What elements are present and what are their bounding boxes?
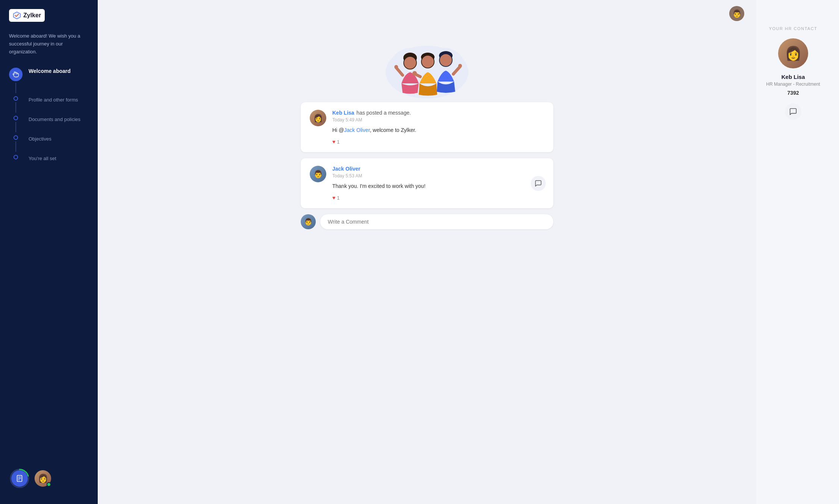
topbar: 👨 — [98, 0, 756, 27]
nav-steps: Welcome aboard Profile and other forms D… — [0, 68, 98, 161]
svg-point-23 — [458, 64, 462, 68]
svg-point-14 — [404, 57, 416, 69]
svg-point-24 — [440, 54, 452, 66]
chat-message-1: 👩 Keb Lisa has posted a message. Today 5… — [301, 102, 553, 152]
step-line-1 — [15, 83, 16, 93]
step-line-3 — [15, 122, 16, 132]
hand-icon — [12, 71, 19, 78]
sidebar-bottom: 👩 — [0, 462, 98, 495]
nav-step-objectives[interactable]: Objectives — [9, 135, 89, 153]
sidebar-welcome-text: Welcome aboard! We wish you a successful… — [0, 32, 98, 68]
svg-point-13 — [394, 65, 398, 69]
logo-text: Zylker — [23, 12, 41, 19]
chat-container: 👩 Keb Lisa has posted a message. Today 5… — [292, 102, 562, 238]
message-1-body-prefix: Hi @ — [332, 127, 344, 133]
chat-icon — [789, 107, 797, 116]
message-1-likes: ♥ 1 — [332, 139, 544, 145]
step-dot-objectives — [14, 135, 18, 140]
zylker-logo-icon — [13, 11, 21, 20]
hr-contact-name: Keb Lisa — [781, 74, 805, 80]
step-label-welcome: Welcome aboard — [29, 68, 71, 74]
step-dot-profile — [14, 96, 18, 101]
step-label-done: You're all set — [29, 154, 56, 161]
reply-icon — [535, 180, 542, 187]
hr-contact-title: HR Manager - Recruitment — [766, 82, 820, 87]
comment-area: 👨 — [301, 214, 553, 229]
step-indicator-welcome — [9, 68, 23, 95]
message-2-author: Jack Oliver — [332, 166, 360, 172]
current-user-avatar-icon — [11, 470, 28, 487]
step-label-documents: Documents and policies — [29, 115, 80, 122]
step-line-2 — [15, 102, 16, 113]
step-dot-documents — [14, 116, 18, 120]
message-1-content: Keb Lisa has posted a message. Today 5:4… — [332, 110, 544, 145]
comment-author-avatar: 👨 — [301, 214, 316, 229]
chat-message-2: 👨 Jack Oliver Today 5:53 AM Thank you. I… — [301, 158, 553, 208]
step-indicator-done — [9, 154, 23, 159]
message-2-header: Jack Oliver — [332, 166, 544, 172]
user-topbar-avatar[interactable]: 👨 — [729, 6, 744, 21]
sidebar: Zylker Welcome aboard! We wish you a suc… — [0, 0, 98, 504]
step-line-4 — [15, 141, 16, 152]
main-content: 👨 — [98, 0, 756, 504]
svg-point-18 — [412, 71, 417, 76]
nav-step-documents[interactable]: Documents and policies — [9, 115, 89, 134]
hero-illustration — [374, 35, 480, 102]
online-indicator — [47, 482, 51, 487]
logo-area: Zylker — [0, 9, 98, 32]
message-1-body: Hi @Jack Oliver, welcome to Zylker. — [332, 126, 544, 134]
step-indicator-profile — [9, 95, 23, 114]
step-dot-done — [14, 155, 18, 159]
step-indicator-documents — [9, 115, 23, 134]
message-2-content: Jack Oliver Today 5:53 AM Thank you. I'm… — [332, 166, 544, 201]
message-1-time: Today 5:49 AM — [332, 117, 544, 123]
hr-contact-extension: 7392 — [787, 90, 799, 96]
nav-step-profile[interactable]: Profile and other forms — [9, 95, 89, 114]
right-panel: YOUR HR CONTACT 👩 Keb Lisa HR Manager - … — [756, 0, 839, 504]
comment-input[interactable] — [328, 219, 546, 225]
nav-step-done[interactable]: You're all set — [9, 154, 89, 161]
message-1-action: has posted a message. — [356, 110, 411, 116]
hr-chat-button[interactable] — [785, 103, 801, 120]
hero-illustration-area — [98, 27, 756, 102]
hr-contact-avatar: 👩 — [778, 38, 808, 68]
message-2-likes: ♥ 1 — [332, 195, 544, 201]
message-2-time: Today 5:53 AM — [332, 173, 544, 179]
heart-icon-2: ♥ — [332, 195, 335, 201]
message-1-like-count: 1 — [337, 139, 339, 145]
svg-point-19 — [422, 56, 434, 68]
hr-contact-label: YOUR HR CONTACT — [769, 26, 818, 31]
jack-oliver-avatar: 👨 — [310, 166, 326, 182]
logo-box: Zylker — [9, 9, 45, 22]
step-label-objectives: Objectives — [29, 135, 51, 142]
team-illustration-svg — [374, 35, 480, 102]
document-icon — [15, 474, 24, 483]
message-1-mention: Jack Oliver — [344, 127, 370, 133]
message-1-header: Keb Lisa has posted a message. — [332, 110, 544, 116]
hr-avatar-small: 👩 — [35, 470, 51, 487]
reply-button[interactable] — [531, 176, 546, 191]
heart-icon-1: ♥ — [332, 139, 335, 145]
message-1-body-suffix: , welcome to Zylker. — [370, 127, 416, 133]
message-1-author: Keb Lisa — [332, 110, 354, 116]
step-active-icon — [9, 68, 23, 81]
keb-lisa-avatar: 👩 — [310, 110, 326, 126]
nav-step-welcome[interactable]: Welcome aboard — [9, 68, 89, 95]
comment-input-wrap — [320, 214, 553, 229]
message-2-like-count: 1 — [337, 195, 339, 201]
progress-avatar[interactable] — [9, 468, 30, 489]
step-indicator-objectives — [9, 135, 23, 153]
step-label-profile: Profile and other forms — [29, 95, 78, 103]
message-2-body: Thank you. I'm excited to work with you! — [332, 182, 544, 190]
